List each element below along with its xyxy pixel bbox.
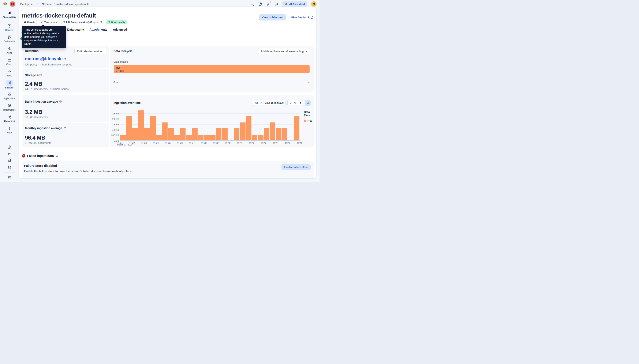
y-axis-tick: 500.0 B xyxy=(110,134,119,136)
view-in-discover-button[interactable]: View in Discover xyxy=(259,14,286,20)
dev-tools-icon[interactable] xyxy=(7,152,12,156)
streams-icon xyxy=(7,81,12,85)
breadcrumb-separator: / xyxy=(54,2,55,6)
badge-good-quality[interactable]: Good quality xyxy=(106,20,127,24)
legend-item-hot[interactable]: Hot xyxy=(304,119,313,122)
breadcrumb-current: metrics-docker.cpu-default xyxy=(57,2,89,6)
ingestion-chart: March 17, 2026 Data Tiers Hot 0.0 B500.0… xyxy=(110,95,313,147)
x-axis-tick: 11:33 xyxy=(141,142,147,144)
x-axis-tick: 11:35 xyxy=(165,142,171,144)
tab-data-quality[interactable]: Data quality xyxy=(67,28,84,33)
tab-bar: Data quality Attachments Advanced xyxy=(67,28,127,33)
sidebar-item-more[interactable]: More xyxy=(1,124,18,136)
collapse-sidebar-icon[interactable] xyxy=(7,176,12,180)
tab-attachments[interactable]: Attachments xyxy=(89,28,107,33)
hot-phase-bar[interactable]: Hot 2.4 MB xyxy=(114,65,309,73)
sidebar-item-streams[interactable]: Streams xyxy=(1,79,18,90)
help-circle-icon[interactable] xyxy=(64,127,66,130)
sidebar-item-cases[interactable]: Cases xyxy=(1,56,18,67)
chevron-down-icon xyxy=(36,3,38,5)
chart-bar xyxy=(126,116,132,140)
gauge-icon xyxy=(7,69,12,74)
ai-assistant-button[interactable]: AI Assistant xyxy=(282,1,307,7)
y-axis-tick: 1.5 KB xyxy=(110,123,119,126)
sidebar-item-slos[interactable]: SLOs xyxy=(1,67,18,79)
chart-bar xyxy=(240,122,245,140)
breadcrumb-streams[interactable]: Streams xyxy=(42,2,52,6)
gridline-v xyxy=(228,110,228,140)
ilm-policy-link[interactable]: metrics@lifecycle xyxy=(25,56,67,61)
sidebar-item-discover[interactable]: Discover xyxy=(1,22,18,33)
add-integrations-icon[interactable] xyxy=(7,145,12,149)
badge-classic[interactable]: ⇄ Classic xyxy=(22,20,37,24)
x-axis-tick: 11:41 xyxy=(237,142,243,144)
help-icon[interactable] xyxy=(258,2,262,6)
dashboards-icon xyxy=(7,35,12,40)
edit-retention-method-button[interactable]: Edit retention method xyxy=(74,48,106,54)
title-badges: ⇄ Classic Time series ILM Policy: metric… xyxy=(22,20,127,24)
avatar[interactable]: M xyxy=(311,1,316,7)
streams-active-tile xyxy=(6,80,13,86)
index-management-icon[interactable] xyxy=(7,158,12,163)
sidebar-footer xyxy=(4,141,15,182)
give-feedback-link[interactable]: Give feedback xyxy=(291,16,313,19)
ingestion-over-time-panel: Ingestion over time Last 15 minutes xyxy=(110,95,313,147)
sidebar-item-infrastructure[interactable]: Infrastructure xyxy=(1,102,18,113)
settings-gear-icon[interactable] xyxy=(7,165,12,170)
help-circle-icon[interactable] xyxy=(59,100,62,103)
infinity-icon: ∞ xyxy=(308,81,310,84)
failed-ingest-header: ✕ Failed ingest data xyxy=(22,154,58,158)
chart-bar xyxy=(276,128,281,140)
chart-bar xyxy=(270,122,275,140)
daily-sub: 58,560 documents xyxy=(25,116,48,119)
external-link-icon xyxy=(64,58,67,60)
chart-bar xyxy=(246,116,251,140)
x-axis-tick: 11:36 xyxy=(177,142,183,144)
chart-bar xyxy=(186,135,192,140)
space-badge[interactable]: ob xyxy=(10,2,15,6)
failure-store-title: Failure store disabled xyxy=(24,164,57,168)
data-lifecycle-panel: Data lifecycle Add data phase and downsa… xyxy=(110,46,313,92)
phase-range-row: 0ms ∞ xyxy=(114,81,310,84)
time-series-tooltip: Time series streams are optimized for in… xyxy=(22,26,66,48)
sidebar-divider xyxy=(4,21,15,21)
feedback-chat-icon[interactable] xyxy=(274,2,278,6)
breadcrumb-deployment[interactable]: Deployme... xyxy=(20,2,38,6)
range-min: 0ms xyxy=(114,81,118,84)
badge-time-series[interactable]: Time series xyxy=(39,20,59,24)
x-axis-tick: 11:38 xyxy=(201,142,207,144)
data-phases-label: Data phases xyxy=(114,60,128,63)
chevron-down-icon xyxy=(305,50,307,52)
gridline-v xyxy=(287,110,288,140)
search-icon[interactable] xyxy=(250,2,254,6)
elastic-logo-icon[interactable] xyxy=(3,2,8,6)
add-data-phase-button[interactable]: Add data phase and downsampling xyxy=(258,48,310,54)
x-axis-tick: 11:46 xyxy=(297,142,302,144)
check-circle-icon xyxy=(108,21,110,23)
x-axis-tick: 11:37 xyxy=(189,142,195,144)
sidebar-item-applications[interactable]: Applications xyxy=(1,90,18,102)
lifecycle-heading: Data lifecycle xyxy=(114,50,133,53)
chart-bar xyxy=(216,128,221,140)
hot-phase-label: Hot xyxy=(116,66,308,70)
sidebar-item-alerts[interactable]: Alerts xyxy=(1,44,18,56)
badge-ilm-policy[interactable]: ILM Policy: metrics@lifecycle xyxy=(61,20,104,24)
notification-dot xyxy=(269,1,271,3)
chart-bar xyxy=(180,128,186,140)
phase-track: Hot 2.4 MB xyxy=(114,64,310,74)
enable-failure-store-button[interactable]: Enable failure store xyxy=(281,164,311,170)
ai-assistant-logo-icon xyxy=(284,2,287,6)
sidebar-solution-observability[interactable]: Observability xyxy=(3,11,16,18)
daily-ingestion-panel: Daily ingestion average 3.2 MB 58,560 do… xyxy=(22,95,109,122)
sidebar-item-dashboards[interactable]: Dashboards xyxy=(1,33,18,44)
retention-sub: ILM policy · Inherit from index template xyxy=(25,63,72,66)
sidebar-item-ai-assistant[interactable]: AI Assistant xyxy=(1,113,18,124)
failure-store-body: Enable the failure store to have this st… xyxy=(24,170,133,173)
tab-advanced[interactable]: Advanced xyxy=(113,28,127,33)
page-actions: View in Discover Give feedback xyxy=(259,14,313,20)
help-circle-icon[interactable] xyxy=(56,154,58,157)
y-axis-tick: 2.0 KB xyxy=(110,118,119,120)
monthly-ingestion-panel: Monthly ingestion average 96.4 MB 1,756,… xyxy=(22,123,109,147)
whats-new-icon[interactable] xyxy=(266,2,270,6)
clock-history-icon xyxy=(63,21,65,23)
